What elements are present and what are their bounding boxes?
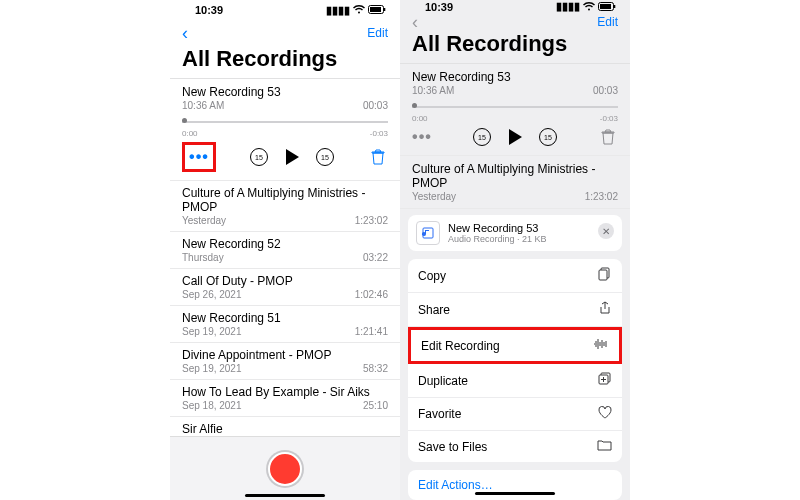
nav-bar: ‹ Edit	[400, 13, 630, 31]
action-save-to-files[interactable]: Save to Files	[408, 431, 622, 462]
play-button	[505, 127, 525, 147]
selected-recording-dimmed: New Recording 53 10:36 AM 00:03 0:00 -0:…	[400, 64, 630, 156]
share-subtitle: Audio Recording · 21 KB	[448, 234, 547, 244]
action-share[interactable]: Share	[408, 293, 622, 327]
recording-title: New Recording 53	[412, 70, 618, 84]
share-title: New Recording 53	[448, 222, 547, 234]
share-icon	[598, 301, 612, 318]
heart-icon	[598, 406, 612, 422]
list-item[interactable]: Call Of Duty - PMOP Sep 26, 20211:02:46	[170, 269, 400, 306]
edit-button[interactable]: Edit	[367, 26, 388, 40]
share-actions: Copy Share Edit Recording	[408, 259, 622, 462]
svg-rect-5	[614, 5, 615, 8]
waveform-icon	[593, 338, 609, 353]
nav-bar: ‹ Edit	[170, 20, 400, 46]
copy-icon	[598, 267, 612, 284]
action-favorite[interactable]: Favorite	[408, 398, 622, 431]
recording-duration: 00:03	[363, 100, 388, 111]
more-button[interactable]: •••	[189, 147, 209, 167]
status-indicators: ▮▮▮▮	[566, 0, 616, 13]
record-footer	[170, 436, 400, 500]
status-bar: 10:39 ▮▮▮▮	[170, 0, 400, 20]
scrub-start: 0:00	[182, 129, 198, 138]
page-title: All Recordings	[170, 46, 400, 78]
skip-forward-15-button[interactable]: 15	[316, 148, 334, 166]
svg-rect-8	[599, 270, 607, 280]
record-button[interactable]	[268, 452, 302, 486]
audio-thumb-icon	[416, 221, 440, 245]
duplicate-icon	[598, 372, 612, 389]
folder-icon	[597, 439, 612, 454]
battery-icon	[368, 4, 386, 16]
list-item[interactable]: How To Lead By Example - Sir Aiks Sep 18…	[170, 380, 400, 417]
svg-rect-4	[600, 4, 611, 9]
wifi-icon	[583, 1, 595, 13]
status-indicators: ▮▮▮▮	[336, 4, 386, 17]
voice-memos-share-screen: 10:39 ▮▮▮▮ ‹ Edit All Recordings New Rec…	[400, 0, 630, 500]
status-time: 10:39	[184, 4, 234, 16]
action-duplicate[interactable]: Duplicate	[408, 364, 622, 398]
battery-icon	[598, 1, 616, 13]
recording-time: 10:36 AM	[412, 85, 454, 96]
more-button: •••	[412, 127, 432, 147]
skip-back-15-button: 15	[473, 128, 491, 146]
wifi-icon	[353, 4, 365, 16]
recording-duration: 00:03	[593, 85, 618, 96]
highlight-more-button: •••	[182, 142, 216, 172]
list-item[interactable]: New Recording 52 Thursday03:22	[170, 232, 400, 269]
home-indicator[interactable]	[475, 492, 555, 495]
status-time: 10:39	[414, 1, 464, 13]
skip-forward-15-button: 15	[539, 128, 557, 146]
svg-rect-2	[384, 8, 385, 11]
page-title: All Recordings	[400, 31, 630, 63]
playback-scrubber[interactable]	[182, 117, 388, 127]
selected-recording[interactable]: New Recording 53 10:36 AM 00:03 0:00 -0:…	[170, 79, 400, 181]
recording-time: 10:36 AM	[182, 100, 224, 111]
action-edit-recording[interactable]: Edit Recording	[408, 327, 622, 364]
list-item: Culture of A Multiplying Ministries - PM…	[400, 156, 630, 209]
signal-icon: ▮▮▮▮	[556, 0, 580, 13]
play-button[interactable]	[282, 147, 302, 167]
home-indicator[interactable]	[245, 494, 325, 497]
share-sheet-header: New Recording 53 Audio Recording · 21 KB…	[408, 215, 622, 251]
close-icon[interactable]: ✕	[598, 223, 614, 239]
skip-back-15-button[interactable]: 15	[250, 148, 268, 166]
voice-memos-list-screen: 10:39 ▮▮▮▮ ‹ Edit All Recordings New Rec…	[170, 0, 400, 500]
list-item[interactable]: New Recording 51 Sep 19, 20211:21:41	[170, 306, 400, 343]
edit-button[interactable]: Edit	[597, 15, 618, 29]
svg-rect-1	[370, 7, 381, 12]
playback-scrubber	[412, 102, 618, 112]
delete-button[interactable]	[368, 147, 388, 167]
signal-icon: ▮▮▮▮	[326, 4, 350, 17]
recording-title: New Recording 53	[182, 85, 388, 99]
status-bar: 10:39 ▮▮▮▮	[400, 0, 630, 13]
scrub-end: -0:03	[370, 129, 388, 138]
back-button[interactable]: ‹	[182, 24, 188, 42]
back-button[interactable]: ‹	[412, 13, 418, 31]
list-item[interactable]: Sir Alfie Sep 16, 202135:54	[170, 417, 400, 436]
list-item[interactable]: Divine Appointment - PMOP Sep 19, 202158…	[170, 343, 400, 380]
action-copy[interactable]: Copy	[408, 259, 622, 293]
delete-button	[598, 127, 618, 147]
list-item[interactable]: Culture of A Multiplying Ministries - PM…	[170, 181, 400, 232]
recordings-list: Culture of A Multiplying Ministries - PM…	[170, 181, 400, 436]
